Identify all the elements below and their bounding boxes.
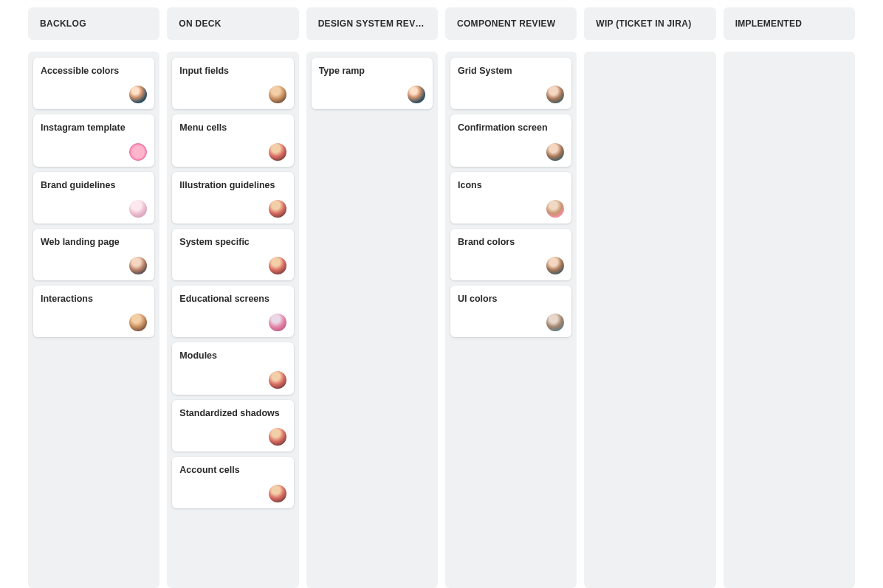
column-body-backlog[interactable]: Accessible colors Instagram template Bra… <box>28 52 159 588</box>
column-implemented: IMPLEMENTED <box>724 7 855 588</box>
card[interactable]: Brand guidelines <box>33 172 154 224</box>
card-title: Icons <box>458 179 564 191</box>
card-title: Accessible colors <box>41 65 147 77</box>
card-footer <box>41 257 147 274</box>
avatar-icon <box>269 143 286 161</box>
column-header-on-deck[interactable]: ON DECK <box>167 7 298 40</box>
card-title: Interactions <box>41 293 147 305</box>
avatar-icon <box>269 428 286 446</box>
card[interactable]: Instagram template <box>33 114 154 166</box>
column-body-component-review[interactable]: Grid System Confirmation screen Icons Br… <box>445 52 577 588</box>
card-footer <box>179 428 286 446</box>
card-footer <box>179 314 286 331</box>
card-title: Account cells <box>179 464 286 476</box>
avatar-icon <box>546 143 564 161</box>
avatar-icon <box>269 257 286 274</box>
avatar-icon <box>129 200 147 218</box>
avatar-icon <box>546 257 564 274</box>
card[interactable]: Brand colors <box>450 229 571 280</box>
column-header-backlog[interactable]: BACKLOG <box>28 7 159 40</box>
card-footer <box>179 86 286 103</box>
card-title: Brand colors <box>458 236 564 248</box>
card[interactable]: Standardized shadows <box>172 400 293 452</box>
card-footer <box>458 200 564 218</box>
column-body-on-deck[interactable]: Input fields Menu cells Illustration gui… <box>167 52 298 588</box>
card-title: Menu cells <box>179 122 286 134</box>
column-body-design-system-review[interactable]: Type ramp <box>306 52 438 588</box>
avatar-icon <box>546 86 564 103</box>
avatar-icon <box>546 314 564 331</box>
card-title: Input fields <box>179 65 286 77</box>
card-footer <box>41 200 147 218</box>
card-title: Web landing page <box>41 236 147 248</box>
card[interactable]: Educational screens <box>172 286 293 337</box>
card[interactable]: Confirmation screen <box>450 114 571 166</box>
card-title: Confirmation screen <box>458 122 564 134</box>
card-footer <box>179 257 286 274</box>
column-design-system-review: DESIGN SYSTEM REVIEW Type ramp <box>306 7 438 588</box>
card[interactable]: Menu cells <box>172 114 293 166</box>
card-title: UI colors <box>458 293 564 305</box>
column-component-review: COMPONENT REVIEW Grid System Confirmatio… <box>445 7 577 588</box>
card-title: Instagram template <box>41 122 147 134</box>
card-footer <box>319 86 425 103</box>
card[interactable]: System specific <box>172 229 293 280</box>
card-footer <box>179 200 286 218</box>
column-backlog: BACKLOG Accessible colors Instagram temp… <box>28 7 159 588</box>
card-title: Type ramp <box>319 65 425 77</box>
column-header-implemented[interactable]: IMPLEMENTED <box>724 7 855 40</box>
avatar-icon <box>269 200 286 218</box>
card[interactable]: Accessible colors <box>33 58 154 109</box>
card[interactable]: Web landing page <box>33 229 154 280</box>
column-header-wip[interactable]: WIP (TICKET IN JIRA) <box>584 7 715 40</box>
avatar-icon <box>129 86 147 103</box>
avatar-icon <box>408 86 425 103</box>
column-header-component-review[interactable]: COMPONENT REVIEW <box>445 7 577 40</box>
card[interactable]: Interactions <box>33 286 154 337</box>
card[interactable]: UI colors <box>450 286 571 337</box>
card-title: Standardized shadows <box>179 407 286 419</box>
card-footer <box>458 314 564 331</box>
card[interactable]: Input fields <box>172 58 293 109</box>
avatar-icon <box>269 371 286 389</box>
kanban-board: BACKLOG Accessible colors Instagram temp… <box>0 0 883 588</box>
column-body-implemented[interactable] <box>724 52 855 588</box>
card-title: System specific <box>179 236 286 248</box>
card-footer <box>41 143 147 161</box>
card-footer <box>179 371 286 389</box>
card-footer <box>41 314 147 331</box>
card-footer <box>458 257 564 274</box>
avatar-icon <box>129 257 147 274</box>
card-title: Educational screens <box>179 293 286 305</box>
column-body-wip[interactable] <box>584 52 715 588</box>
card-title: Grid System <box>458 65 564 77</box>
avatar-icon <box>546 200 564 218</box>
card-footer <box>41 86 147 103</box>
card-footer <box>458 86 564 103</box>
card-title: Modules <box>179 350 286 362</box>
card-title: Illustration guidelines <box>179 179 286 191</box>
card[interactable]: Modules <box>172 342 293 394</box>
card[interactable]: Illustration guidelines <box>172 172 293 224</box>
card-footer <box>458 143 564 161</box>
avatar-icon <box>129 143 147 161</box>
column-on-deck: ON DECK Input fields Menu cells Illustra… <box>167 7 298 588</box>
column-wip: WIP (TICKET IN JIRA) <box>584 7 715 588</box>
card-footer <box>179 143 286 161</box>
avatar-icon <box>269 86 286 103</box>
card[interactable]: Grid System <box>450 58 571 109</box>
card[interactable]: Icons <box>450 172 571 224</box>
card[interactable]: Type ramp <box>312 58 433 109</box>
card[interactable]: Account cells <box>172 457 293 508</box>
avatar-icon <box>269 485 286 502</box>
avatar-icon <box>269 314 286 331</box>
column-header-design-system-review[interactable]: DESIGN SYSTEM REVIEW <box>306 7 438 40</box>
card-footer <box>179 485 286 502</box>
avatar-icon <box>129 314 147 331</box>
card-title: Brand guidelines <box>41 179 147 191</box>
